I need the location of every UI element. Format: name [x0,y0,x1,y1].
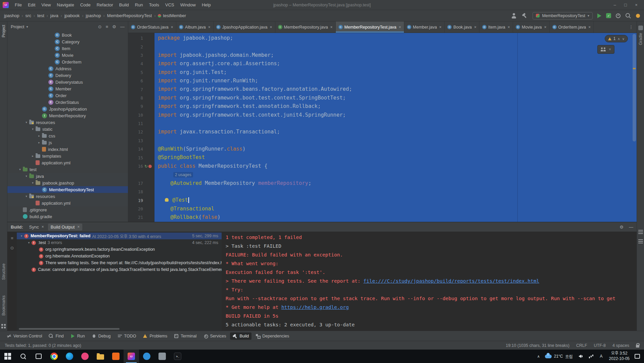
code-line[interactable]: 2 usages [154,170,637,179]
stripe-project[interactable]: Project [1,25,6,37]
tree-item-MemberRepository[interactable]: IMemberRepository [7,112,128,119]
tree-item-application.yml[interactable]: application.yml [7,159,128,166]
filter-icon[interactable]: ≡ [11,236,13,241]
code-line[interactable]: @Rollback(false) [154,213,637,221]
menu-run[interactable]: Run [132,1,146,8]
gutter-line[interactable]: 14 [128,145,154,153]
tree-item-jpabook.jpashop[interactable]: ▾jpabook.jpashop [7,179,128,186]
chevron-down-icon[interactable]: ▾ [24,195,29,198]
gutter-line[interactable]: 12 [128,128,154,136]
code-line[interactable]: package jpabook.jpashop; [154,34,637,42]
tree-item-.gitignore[interactable]: .gitignore [7,206,128,213]
close-icon[interactable]: × [439,25,442,30]
soft-wrap-icon[interactable] [638,230,643,234]
code-line[interactable]: import org.junit.runner.RunWith; [154,77,637,85]
tab-Book.java[interactable]: CBook.java× [445,22,479,33]
breadcrumb-item-java[interactable]: java [50,13,58,18]
search-button[interactable] [15,350,31,363]
tree-item-js[interactable]: ▸js [7,139,128,146]
chevron-down-icon[interactable]: ▾ [26,241,32,244]
tree-item-Deliverystatus[interactable]: EDeliverystatus [7,79,128,85]
gutter-line[interactable]: 3 [128,51,154,59]
gutter-line[interactable]: 10 [128,111,154,119]
gutter-line[interactable]: 17 [128,179,154,188]
chevron-down-icon[interactable]: ▾ [19,234,24,238]
rerun-test-icon[interactable]: ↻ [144,164,148,168]
tab-Album.java[interactable]: CAlbum.java× [176,22,214,33]
toolwindow-services[interactable]: Services [201,332,229,340]
maximize-button[interactable]: □ [620,2,631,7]
tree-item-Order[interactable]: COrder [7,92,128,99]
toolwindow-build[interactable]: Build [230,332,251,340]
volume-icon[interactable] [578,354,583,359]
gutter-line[interactable]: 5 [128,68,154,77]
code-line[interactable] [154,136,637,145]
toolwindow-dependencies[interactable]: Dependencies [253,332,292,340]
warning-stripe-mark[interactable] [633,68,636,69]
build-tree-item[interactable]: ▾:test3 errors4 sec, 222 ms [17,239,222,246]
tree-item-Movie[interactable]: CMovie [7,52,128,58]
close-icon[interactable]: × [474,25,476,30]
prev-warning-icon[interactable]: ∧ [617,37,620,41]
file-explorer[interactable] [93,350,108,363]
toolwindow-version-control[interactable]: Version Control [4,332,45,340]
close-icon[interactable]: × [208,25,211,30]
code-line[interactable]: import jpabook.jpashop.domain.Member; [154,51,637,59]
chevron-right-icon[interactable]: ▸ [30,154,36,158]
gutter-line[interactable]: 4 [128,59,154,68]
chevron-down-icon[interactable]: ▾ [24,174,29,178]
chrome[interactable] [46,350,62,363]
chevron-right-icon[interactable]: ▸ [36,141,42,144]
code-area[interactable]: package jpabook.jpashop;import jpabook.j… [154,33,637,222]
network-icon[interactable] [588,354,594,359]
tab-Movie.java[interactable]: CMovie.java× [513,22,550,33]
menu-help[interactable]: Help [199,1,214,8]
lock-icon[interactable] [636,345,639,348]
run-configuration-select[interactable]: MemberRepositoryTest ▾ [533,12,593,19]
search-everywhere-icon[interactable] [625,13,631,19]
collapse-all-icon[interactable]: ≡ [106,24,108,29]
intellij-idea[interactable]: IJ [124,350,139,363]
code-with-me-icon[interactable] [601,47,606,51]
project-panel-title[interactable]: Project [11,24,24,29]
close-icon[interactable]: × [544,25,547,30]
tree-item-test[interactable]: ▾test [7,166,128,173]
indent-style[interactable]: 4 spaces [612,343,629,348]
menu-view[interactable]: View [39,1,53,8]
toolwindow-terminal[interactable]: Terminal [171,332,199,340]
gutter-line[interactable]: 6 [128,77,154,85]
hide-build-panel-icon[interactable]: — [629,225,633,230]
menu-window[interactable]: Window [178,1,198,8]
code-with-me-icon[interactable] [511,13,517,19]
build-tab-Sync[interactable]: Sync× [27,224,47,231]
start-button[interactable] [0,350,15,363]
close-icon[interactable]: × [609,47,611,52]
tree-item-MemberRepositoryTest[interactable]: CMemberRepositoryTest [7,186,128,193]
code-line[interactable]: @Transactional [154,205,637,213]
clock[interactable]: 오후 3:52 2022-10-05 [609,351,630,361]
tree-item-OrderStatus[interactable]: EOrderStatus [7,99,128,106]
code-line[interactable]: @SpringBootTest [154,153,637,162]
code-line[interactable] [154,188,637,196]
menu-refactor[interactable]: Refactor [94,1,116,8]
code-line[interactable]: import org.junit.Test; [154,68,637,77]
menu-tools[interactable]: Tools [146,1,162,8]
build-settings-icon[interactable]: ⚙ [619,225,624,230]
stripe-structure[interactable]: Structure [1,264,6,280]
gutter-line[interactable]: 8 [128,94,154,102]
menu-code[interactable]: Code [78,1,93,8]
toolwindow-switcher-icon[interactable] [1,324,6,329]
app-gray[interactable] [154,350,170,363]
gutter-line[interactable]: 13 [128,136,154,145]
editor-scrollbar[interactable] [633,34,636,142]
code-line[interactable]: @Autowired MemberRepository memberReposi… [154,179,637,188]
locate-icon[interactable]: ⊙ [10,245,14,250]
menu-edit[interactable]: Edit [25,1,38,8]
breadcrumb-item-MemberRepositoryTest[interactable]: MemberRepositoryTest [107,13,152,18]
breadcrumb-item-jpashop[interactable]: jpashop [4,13,19,18]
gutter-line[interactable]: 15 [128,153,154,162]
weather-widget[interactable]: 21°C 흐림 [545,354,573,359]
profiler-icon[interactable] [616,13,620,18]
breadcrumb-item-testMember[interactable]: testMember [158,13,186,18]
build-tree-item[interactable]: org.springframework.beans.factory.BeanCr… [17,246,222,253]
